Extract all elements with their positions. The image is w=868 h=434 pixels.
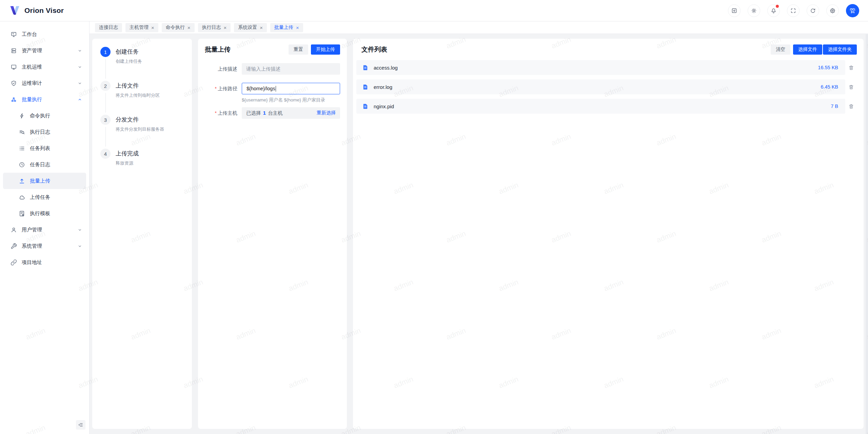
sidebar-item-audit[interactable]: 运维审计 xyxy=(0,75,89,91)
step-2: 3 分发文件 将文件分发到目标服务器 xyxy=(100,115,184,149)
close-icon[interactable]: × xyxy=(260,25,263,30)
tab-host-manage[interactable]: 主机管理 × xyxy=(125,23,158,32)
topbar-actions xyxy=(728,4,839,17)
sidebar-item-upload[interactable]: 批量上传 xyxy=(3,173,86,189)
error.log: error.log 6.45 KB xyxy=(356,79,857,94)
file-size: 16.55 KB xyxy=(818,65,838,70)
upload-path-input[interactable]: ${home}/logs xyxy=(242,83,340,94)
upload-desc-input[interactable] xyxy=(242,63,340,75)
tab-system-settings[interactable]: 系统设置 × xyxy=(234,23,267,32)
sidebar-menu: 工作台 资产管理 主机运维 运维审计 批量执行 xyxy=(0,26,89,270)
tab-command-exec[interactable]: 命令执行 × xyxy=(162,23,195,32)
close-icon[interactable]: × xyxy=(188,25,191,30)
sidebar-item-wrench[interactable]: 系统管理 xyxy=(0,238,89,254)
sidebar-item-link[interactable]: 项目地址 xyxy=(0,254,89,270)
topbar: Orion Visor xyxy=(0,0,868,21)
required-mark: * xyxy=(215,86,217,91)
sidebar-item-command[interactable]: 命令执行 xyxy=(0,108,89,124)
step-title: 分发文件 xyxy=(116,115,164,124)
step-number: 4 xyxy=(100,149,111,159)
step-title: 创建任务 xyxy=(116,47,142,56)
sidebar-item-users[interactable]: 用户管理 xyxy=(0,222,89,238)
access.log: access.log 16.55 KB xyxy=(356,60,857,75)
reset-button[interactable]: 重置 xyxy=(289,44,308,55)
tabbar: 连接日志 主机管理 × 命令执行 × 执行日志 × 系统设置 × 批量上传 × xyxy=(90,21,868,34)
file-name: error.log xyxy=(374,84,392,90)
clear-files-button[interactable]: 清空 xyxy=(771,44,790,55)
select-folder-button[interactable]: 选择文件夹 xyxy=(823,44,857,55)
trash-icon xyxy=(848,103,854,109)
app-logo-icon xyxy=(9,5,21,16)
steps-panel: 1 创建任务 创建上传任务 2 上传文件 将文件上传到临时分区 3 xyxy=(92,39,192,429)
tab-exec-log[interactable]: 执行日志 × xyxy=(198,23,231,32)
sidebar-item-assets[interactable]: 资产管理 xyxy=(0,42,89,59)
step-title: 上传文件 xyxy=(116,81,160,90)
collapse-sidebar-button[interactable] xyxy=(76,420,85,430)
page-scrollbar[interactable] xyxy=(866,34,868,434)
step-1: 2 上传文件 将文件上传到临时分区 xyxy=(100,81,184,115)
sidebar-item-cloud[interactable]: 上传任务 xyxy=(0,189,89,205)
file-name: nginx.pid xyxy=(374,103,394,109)
theme-toggle-button[interactable] xyxy=(748,4,760,17)
upload-host-label: 上传主机 xyxy=(218,110,237,116)
file-icon xyxy=(362,64,369,71)
delete-file-button[interactable] xyxy=(845,103,857,109)
step-title: 上传完成 xyxy=(116,149,139,157)
file-size: 7 B xyxy=(831,103,838,109)
host-count: 1 xyxy=(263,110,266,116)
upload-path-value: ${home}/logs xyxy=(246,86,275,91)
collapse-icon xyxy=(78,422,83,428)
host-select-field: 已选择1台主机 重新选择 xyxy=(242,107,340,119)
file-icon xyxy=(362,84,369,90)
terminal-icon-button[interactable] xyxy=(728,4,741,17)
step-number: 1 xyxy=(100,47,111,57)
sidebar-item-batch[interactable]: 批量执行 xyxy=(0,91,89,108)
tab-batch-upload[interactable]: 批量上传 × xyxy=(270,23,303,32)
step-description: 将文件分发到目标服务器 xyxy=(116,126,164,132)
close-icon[interactable]: × xyxy=(296,25,299,30)
step-3: 4 上传完成 释放资源 xyxy=(100,149,184,183)
close-icon[interactable]: × xyxy=(224,25,227,30)
tab-connect-log[interactable]: 连接日志 xyxy=(95,23,122,32)
file-icon xyxy=(362,103,369,110)
user-avatar[interactable]: 管 xyxy=(846,4,859,17)
sidebar: 工作台 资产管理 主机运维 运维审计 批量执行 xyxy=(0,21,90,434)
delete-file-button[interactable] xyxy=(845,84,857,90)
upload-panel-title: 批量上传 xyxy=(205,45,231,54)
content: 1 创建任务 创建上传任务 2 上传文件 将文件上传到临时分区 3 xyxy=(90,34,868,434)
upload-path-hint: ${username} 用户名 ${home} 用户家目录 xyxy=(242,97,340,103)
app-title: Orion Visor xyxy=(24,6,64,15)
sidebar-item-task-list[interactable]: 任务列表 xyxy=(0,140,89,156)
required-mark: * xyxy=(215,110,217,116)
sidebar-item-host-ops[interactable]: 主机运维 xyxy=(0,59,89,75)
file-size: 6.45 KB xyxy=(821,84,838,90)
refresh-button[interactable] xyxy=(807,4,819,17)
upload-form-panel: 批量上传 重置 开始上传 上传描述 *上传路径 xyxy=(198,39,347,429)
sidebar-item-task-log[interactable]: 任务日志 xyxy=(0,156,89,173)
trash-icon xyxy=(848,84,854,90)
sidebar-item-workbench[interactable]: 工作台 xyxy=(0,26,89,42)
text-caret xyxy=(276,86,276,92)
file-panel-title: 文件列表 xyxy=(361,45,387,54)
step-description: 将文件上传到临时分区 xyxy=(116,92,160,98)
nginx.pid: nginx.pid 7 B xyxy=(356,99,857,114)
sidebar-item-template[interactable]: 执行模板 xyxy=(0,205,89,222)
start-upload-button[interactable]: 开始上传 xyxy=(311,44,340,55)
file-name: access.log xyxy=(374,65,398,71)
upload-path-label: 上传路径 xyxy=(218,86,237,91)
file-list-panel: 文件列表 清空 选择文件 选择文件夹 access. xyxy=(353,39,864,429)
step-number: 2 xyxy=(100,81,111,91)
notifications-button[interactable] xyxy=(767,4,780,17)
step-description: 释放资源 xyxy=(116,160,139,166)
step-0: 1 创建任务 创建上传任务 xyxy=(100,47,184,81)
fullscreen-button[interactable] xyxy=(787,4,800,17)
delete-file-button[interactable] xyxy=(845,65,857,71)
upload-desc-label: 上传描述 xyxy=(205,63,237,75)
step-description: 创建上传任务 xyxy=(116,58,142,64)
close-icon[interactable]: × xyxy=(151,25,154,30)
settings-button[interactable] xyxy=(826,4,839,17)
file-list: access.log 16.55 KB error.log 6.45 KB xyxy=(356,60,857,114)
sidebar-item-exec-log[interactable]: 执行日志 xyxy=(0,124,89,140)
reselect-host-link[interactable]: 重新选择 xyxy=(317,110,336,116)
select-file-button[interactable]: 选择文件 xyxy=(793,44,822,55)
